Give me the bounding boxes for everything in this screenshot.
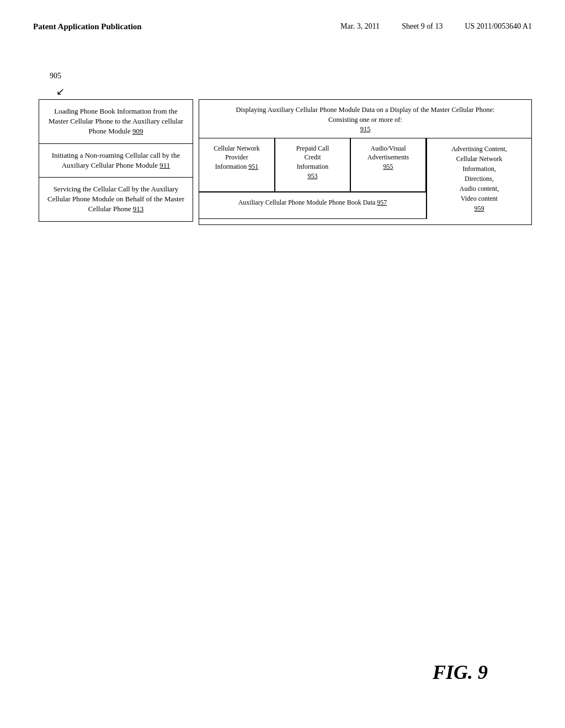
sub-cell-955: Audio/VisualAdvertisements955 [350,138,426,192]
fig-label: FIG. 9 [433,661,488,684]
flow-box-909: Loading Phone Book Information from the … [39,99,193,144]
ref-959: 959 [475,205,484,212]
ref-911: 911 [159,161,170,169]
ref-913: 913 [133,205,144,213]
header-right: Mar. 3, 2011 Sheet 9 of 13 US 2011/00536… [340,22,532,31]
flow-box-913: Servicing the Cellular Call by the Auxil… [39,178,193,222]
header-date: Mar. 3, 2011 [340,22,380,31]
sub-table: Cellular NetworkProviderInformation 951 … [199,138,427,219]
flow-box-911: Initiating a Non-roaming Cellular call b… [39,144,193,178]
arrow-905: ↙ [56,85,65,98]
flow-boxes: Loading Phone Book Information from the … [39,99,193,222]
diagram-area: 905 ↙ Loading Phone Book Information fro… [33,72,532,695]
header-patent: US 2011/0053640 A1 [465,22,532,31]
right-section-label: Displaying Auxiliary Cellular Phone Modu… [199,100,531,138]
publication-title: Patent Application Publication [33,22,142,31]
sub-cell-957: Auxiliary Cellular Phone Module Phone Bo… [199,192,426,218]
header-sheet: Sheet 9 of 13 [402,22,443,31]
ref-915: 915 [360,125,371,133]
page-header: Patent Application Publication Mar. 3, 2… [0,0,565,31]
ref-909: 909 [132,127,143,135]
sub-table-wrapper: Cellular NetworkProviderInformation 951 … [199,138,531,219]
right-section: Displaying Auxiliary Cellular Phone Modu… [199,99,532,225]
ref-905-label: 905 [50,72,61,81]
sub-cell-953: Prepaid CallCreditInformation953 [275,138,350,192]
sub-cell-951: Cellular NetworkProviderInformation 951 [199,138,275,192]
right-tall-box-959: Advertising Content,Cellular NetworkInfo… [427,138,531,219]
